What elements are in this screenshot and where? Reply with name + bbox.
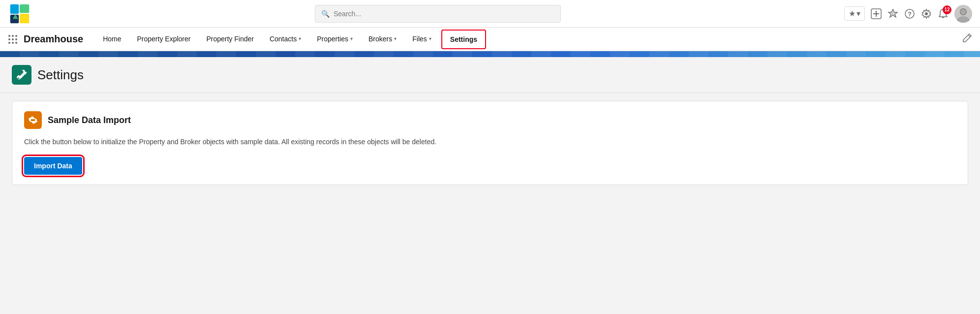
svg-point-21 xyxy=(15,35,17,37)
svg-point-29 xyxy=(18,78,20,80)
svg-line-28 xyxy=(968,35,970,37)
svg-text:?: ? xyxy=(908,10,912,18)
notification-button[interactable]: 12 xyxy=(938,8,949,19)
card-description: Click the button below to initialize the… xyxy=(24,137,956,147)
nav-item-contacts[interactable]: Contacts ▾ xyxy=(262,28,309,51)
import-data-button[interactable]: Import Data xyxy=(24,157,82,175)
page-header: Settings xyxy=(0,57,980,93)
svg-point-13 xyxy=(925,12,928,15)
svg-point-20 xyxy=(12,35,14,37)
utility-bar-right: ★ ▾ ? xyxy=(844,5,972,23)
svg-point-19 xyxy=(8,35,10,37)
svg-point-22 xyxy=(8,38,10,40)
utility-bar-left xyxy=(8,2,31,26)
app-launcher-button[interactable] xyxy=(8,34,18,44)
svg-rect-0 xyxy=(10,4,19,13)
nav-item-property-finder[interactable]: Property Finder xyxy=(198,28,261,51)
svg-point-17 xyxy=(960,9,966,15)
svg-point-27 xyxy=(15,42,17,44)
app-name: Dreamhouse xyxy=(24,33,83,45)
svg-point-25 xyxy=(8,42,10,44)
user-avatar[interactable] xyxy=(954,5,972,23)
setup-button[interactable] xyxy=(921,8,932,19)
help-button[interactable]: ? xyxy=(904,8,915,19)
brokers-chevron-icon: ▾ xyxy=(394,36,397,41)
nav-item-brokers[interactable]: Brokers ▾ xyxy=(361,28,404,51)
nav-edit-button[interactable] xyxy=(962,33,972,45)
nav-item-home[interactable]: Home xyxy=(95,28,129,51)
blue-banner xyxy=(0,51,980,57)
star-icon: ★ xyxy=(849,9,856,18)
nav-item-property-explorer[interactable]: Property Explorer xyxy=(129,28,199,51)
nav-item-files[interactable]: Files ▾ xyxy=(404,28,439,51)
files-chevron-icon: ▾ xyxy=(429,36,431,41)
search-input[interactable] xyxy=(334,10,554,18)
utility-bar-center: 🔍 xyxy=(31,5,844,23)
card-header: Sample Data Import xyxy=(24,111,956,129)
main-content: Sample Data Import Click the button belo… xyxy=(0,93,980,290)
svg-rect-2 xyxy=(20,4,29,13)
nav-item-properties[interactable]: Properties ▾ xyxy=(309,28,361,51)
svg-point-24 xyxy=(15,38,17,40)
svg-rect-5 xyxy=(14,19,17,21)
sample-data-icon xyxy=(24,111,42,129)
svg-point-23 xyxy=(12,38,14,40)
search-container[interactable]: 🔍 xyxy=(315,5,561,23)
nav-items: Home Property Explorer Property Finder C… xyxy=(95,28,962,51)
sample-data-import-card: Sample Data Import Click the button belo… xyxy=(12,101,968,185)
nav-item-settings[interactable]: Settings xyxy=(441,30,486,49)
add-button[interactable] xyxy=(871,8,882,19)
favorites-button[interactable]: ★ ▾ xyxy=(844,6,865,21)
svg-rect-3 xyxy=(20,14,29,23)
page-title: Settings xyxy=(37,67,84,83)
settings-page-icon xyxy=(12,65,31,85)
contacts-chevron-icon: ▾ xyxy=(299,36,301,41)
app-logo[interactable] xyxy=(8,2,31,26)
chevron-down-icon: ▾ xyxy=(857,9,860,18)
salesforce-icon-button[interactable] xyxy=(888,8,898,19)
card-title: Sample Data Import xyxy=(48,115,131,126)
nav-bar: Dreamhouse Home Property Explorer Proper… xyxy=(0,28,980,51)
properties-chevron-icon: ▾ xyxy=(350,36,353,41)
utility-bar: 🔍 ★ ▾ ? xyxy=(0,0,980,28)
svg-point-26 xyxy=(12,42,14,44)
search-icon: 🔍 xyxy=(321,10,330,18)
notification-count-badge: 12 xyxy=(943,5,951,14)
